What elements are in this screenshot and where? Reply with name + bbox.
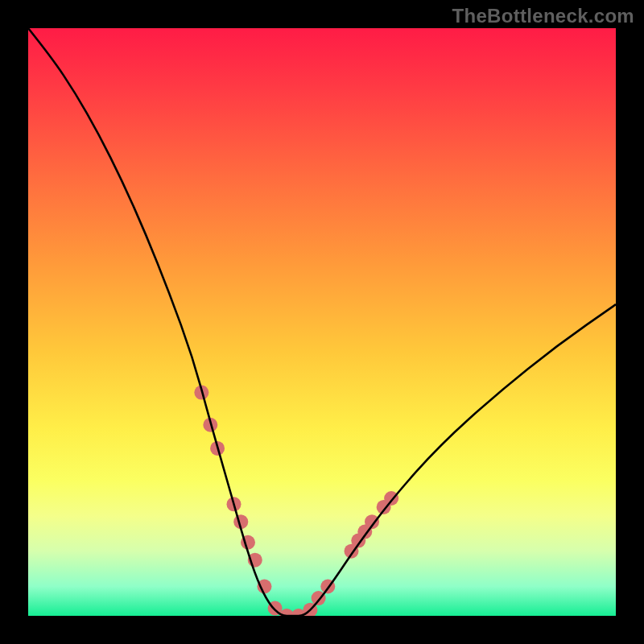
dots-layer (194, 386, 398, 616)
chart-frame: TheBottleneck.com (0, 0, 644, 644)
bottleneck-curve (28, 28, 616, 616)
plot-area (28, 28, 616, 616)
watermark-text: TheBottleneck.com (452, 5, 634, 27)
chart-svg (28, 28, 616, 616)
